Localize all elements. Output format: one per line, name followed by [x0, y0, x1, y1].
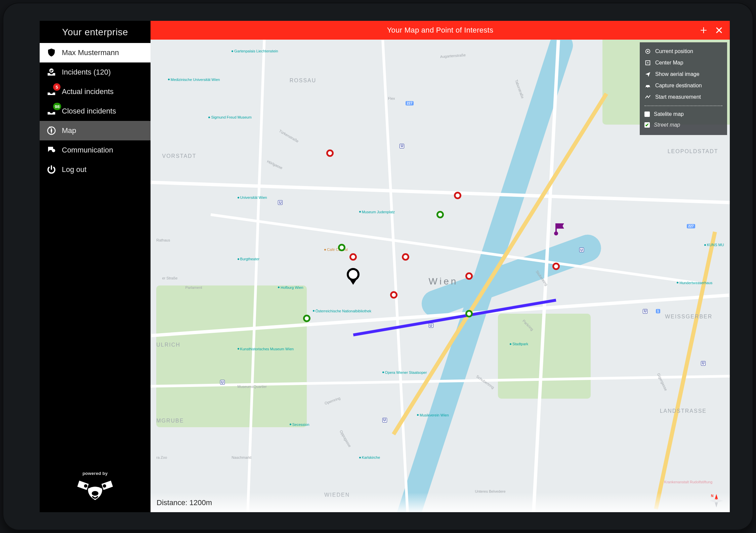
district-label: ROSSAU	[290, 78, 317, 84]
map-marker-red[interactable]	[402, 253, 409, 261]
current-position-marker[interactable]	[347, 268, 360, 281]
map-marker-red[interactable]	[349, 253, 357, 261]
poi-label: Rathaus	[156, 238, 170, 242]
legend-separator	[644, 105, 722, 106]
highway-badge: 227	[687, 224, 695, 228]
topbar-actions	[698, 21, 725, 40]
poi-label: KUNS MU	[704, 243, 724, 247]
poi-label: Parlament	[185, 285, 202, 290]
shield-star-icon	[46, 47, 57, 58]
sidebar-item-user[interactable]: Max Mustermann	[40, 43, 151, 62]
sidebar-item-incidents[interactable]: Incidents (120)	[40, 62, 151, 82]
legend-label: Show aerial image	[655, 71, 700, 77]
legend-label: Start measurement	[655, 94, 701, 100]
close-button[interactable]	[713, 24, 725, 36]
ubahn-icon: U	[278, 200, 283, 205]
legend-item-measurement[interactable]: Start measurement	[644, 91, 722, 103]
poi-label: Österreichische Nationalbibliothek	[313, 309, 371, 313]
district-label: MGRUBE	[156, 418, 184, 424]
legend-layer-street[interactable]: ✔ Street map	[644, 120, 722, 130]
map-marker-green[interactable]	[436, 211, 444, 218]
legend-label: Satelite map	[654, 111, 684, 117]
sidebar-item-logout[interactable]: Log out	[40, 160, 151, 179]
svg-point-14	[647, 62, 648, 63]
destination-flag-marker[interactable]	[555, 223, 557, 233]
legend-label: Street map	[654, 122, 680, 128]
sidebar-item-label: Closed incidents	[62, 107, 116, 116]
brand-logo-icon	[77, 479, 114, 503]
poi-label: Secession	[290, 423, 309, 427]
chat-icon	[46, 144, 57, 156]
poi-label: Universität Wien	[238, 195, 267, 199]
compass-icon: N	[46, 125, 57, 136]
highway-badge: 1	[656, 309, 661, 313]
legend-item-current-position[interactable]: Current position	[644, 46, 722, 57]
ubahn-icon: U	[429, 323, 433, 328]
poi-label: Hundertwasserhaus	[677, 281, 712, 285]
ubahn-icon: U	[579, 248, 584, 252]
powered-by-label: powered by	[40, 471, 151, 476]
sidebar-item-map[interactable]: N Map	[40, 121, 151, 140]
center-square-icon	[644, 59, 651, 66]
inbox-check-icon	[46, 66, 57, 78]
map-marker-red[interactable]	[326, 149, 334, 157]
poi-label: Opera Wiener Staatsoper	[382, 370, 427, 374]
close-icon	[715, 26, 723, 34]
map-area[interactable]: ROSSAU VORSTADT LEOPOLDSTADT WEISSGERBER…	[151, 40, 730, 512]
svg-text:N: N	[711, 494, 713, 498]
map-marker-red[interactable]	[552, 263, 560, 270]
svg-point-7	[84, 484, 87, 488]
svg-point-12	[647, 51, 649, 52]
svg-text:N: N	[49, 126, 51, 129]
add-button[interactable]	[698, 24, 710, 36]
power-icon	[46, 164, 57, 175]
svg-point-9	[92, 491, 98, 496]
sidebar-item-communication[interactable]: Communication	[40, 140, 151, 160]
sidebar-item-label: Log out	[62, 165, 86, 174]
district-label: ULRICH	[156, 342, 180, 348]
legend-label: Current position	[655, 48, 693, 54]
map-marker-green[interactable]	[303, 315, 310, 322]
car-icon	[644, 82, 651, 89]
poi-label: Museum Judenplatz	[359, 210, 395, 214]
distance-label: Distance: 1200m	[157, 498, 212, 507]
svg-marker-20	[716, 499, 723, 503]
sidebar-item-label: Incidents (120)	[62, 68, 111, 77]
map-marker-red[interactable]	[390, 291, 397, 299]
ubahn-icon: U	[220, 380, 225, 385]
checkbox-icon	[644, 112, 650, 117]
svg-point-16	[648, 87, 649, 88]
district-label: VORSTADT	[162, 153, 196, 159]
sidebar: Your enterprise Max Mustermann Incidents…	[40, 21, 151, 512]
poi-label: Sigmund Freud Museum	[208, 115, 251, 119]
legend-layer-satellite[interactable]: Satelite map	[644, 109, 722, 120]
ubahn-icon: U	[382, 418, 387, 423]
map-marker-red[interactable]	[465, 272, 473, 280]
legend-item-aerial[interactable]: Show aerial image	[644, 69, 722, 80]
ubahn-icon: U	[643, 309, 647, 314]
page-title: Your Map and Point of Interests	[157, 26, 724, 35]
legend-item-center-map[interactable]: Center Map	[644, 57, 722, 69]
map-marker-green[interactable]	[338, 244, 345, 251]
sidebar-item-label: Actual incidents	[62, 87, 114, 96]
city-label: Wien	[429, 276, 458, 287]
poi-label: Unteres Belvedere	[475, 489, 505, 493]
map-marker-green[interactable]	[465, 310, 473, 317]
main-panel: Your Map and Point of Interests	[151, 21, 730, 512]
sidebar-item-label: Max Mustermann	[62, 48, 119, 57]
sidebar-item-actual[interactable]: 5 Actual incidents	[40, 82, 151, 101]
park	[156, 285, 307, 427]
poi-label: Karlskirche	[359, 455, 380, 459]
legend-item-destination[interactable]: Capture destination	[644, 80, 722, 91]
svg-point-8	[103, 484, 106, 488]
plus-icon	[699, 26, 708, 35]
poi-label: Kunsthistorisches Museum Wien	[238, 347, 294, 351]
map-marker-red[interactable]	[454, 192, 461, 199]
ubahn-icon: U	[400, 144, 404, 148]
poi-label: Burgtheater	[238, 257, 259, 261]
svg-point-4	[52, 149, 55, 152]
sidebar-item-closed[interactable]: 98 Closed incidents	[40, 101, 151, 121]
svg-marker-19	[710, 499, 716, 503]
sidebar-title: Your enterprise	[40, 27, 151, 38]
poi-label: Naschmarkt	[232, 455, 251, 459]
